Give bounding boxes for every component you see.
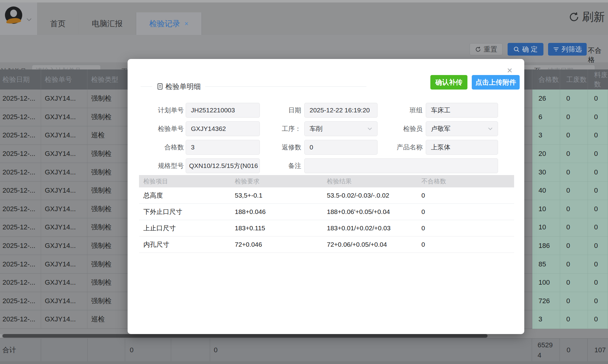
- inspection-items-table: 检验项目 检验要求 检验结果 不合格数 总高度53,5+-0.153.5-0.0…: [139, 175, 514, 253]
- table-row[interactable]: 4000: [524, 182, 608, 200]
- table-row[interactable]: 2600: [524, 90, 608, 108]
- table-row[interactable]: 2025-12-...GXJY14...强制检: [0, 145, 128, 163]
- cell-hidden: [524, 237, 532, 255]
- modal-close-icon[interactable]: ×: [507, 66, 513, 75]
- chevron-down-icon: [367, 127, 372, 130]
- modal-title: 检验单明细: [157, 82, 201, 91]
- column-header[interactable]: 料废数: [588, 69, 608, 90]
- table-row[interactable]: 2025-12-...GXJY14...强制检: [0, 182, 128, 200]
- date-field[interactable]: 2025-12-22 16:19:20: [304, 103, 378, 118]
- cell-qualified: 26: [532, 90, 560, 108]
- table-row[interactable]: 2025-12-...GXJY14...强制检: [0, 90, 128, 108]
- table-row[interactable]: 2000: [524, 145, 608, 163]
- cell-order: GXJY14...: [41, 218, 87, 237]
- table-row[interactable]: 2025-12-...GXJY14...强制检: [0, 255, 128, 274]
- cell-date: 2025-12-...: [0, 218, 41, 237]
- reset-button[interactable]: 重置: [470, 43, 503, 55]
- document-icon: [157, 83, 163, 90]
- cell-material-scrap: 0: [588, 163, 608, 182]
- qualified-field[interactable]: 3: [186, 140, 260, 155]
- cell-date: 2025-12-...: [0, 274, 41, 292]
- table-row[interactable]: 300: [524, 310, 608, 329]
- cell-qualified: 6: [532, 108, 560, 127]
- field-label: 合格数: [147, 140, 184, 155]
- tab-close-icon[interactable]: ×: [184, 20, 188, 28]
- table-row[interactable]: 600: [524, 108, 608, 127]
- column-header[interactable]: 检验类型: [87, 69, 128, 90]
- cell-item: 总高度: [139, 191, 235, 200]
- cell-hidden: [524, 90, 532, 108]
- cell-result: 183+0.01/+0.02/+0.03: [327, 224, 421, 232]
- refresh-button[interactable]: 刷新: [568, 9, 605, 25]
- cell-order: GXJY14...: [41, 292, 87, 311]
- cell-date: 2025-12-...: [0, 90, 41, 108]
- cell-hidden: [524, 126, 532, 145]
- table-row[interactable]: 2025-12-...GXJY14...强制检: [0, 292, 128, 311]
- tab-computer-report[interactable]: 电脑汇报: [79, 12, 136, 35]
- horizontal-scrollbar: [0, 334, 608, 338]
- table-row[interactable]: 2025-12-...GXJY14...巡检: [0, 126, 128, 145]
- column-header[interactable]: 合格数: [532, 69, 560, 90]
- table-row[interactable]: 300: [524, 126, 608, 145]
- cell-type: 强制检: [87, 145, 128, 163]
- plan-no-field[interactable]: JH2512210003: [186, 103, 260, 118]
- remark-field[interactable]: [304, 158, 498, 173]
- repair-field[interactable]: 0: [304, 140, 378, 155]
- table-row[interactable]: 2025-12-...GXJY14...强制检: [0, 237, 128, 255]
- inspector-select-field[interactable]: 卢敬军: [426, 121, 498, 136]
- field-label: 备注: [277, 158, 301, 173]
- inspection-item-row[interactable]: 上止口尺寸183+0.115183+0.01/+0.02/+0.030: [139, 220, 514, 236]
- column-header: 检验要求: [235, 177, 327, 186]
- confirm-button[interactable]: 确 定: [508, 43, 543, 56]
- cell-type: 强制检: [87, 292, 128, 311]
- scrollbar-thumb[interactable]: [2, 334, 488, 338]
- cell-hidden: [524, 108, 532, 127]
- table-rows-right: 2600600300200030004000100010001860085001…: [524, 90, 608, 329]
- cell-type: 巡检: [87, 310, 128, 329]
- product-name-field[interactable]: 上泵体: [426, 140, 498, 155]
- team-field[interactable]: 车床工: [426, 103, 498, 118]
- unqualified-filter-label[interactable]: 不合格: [588, 46, 608, 65]
- table-row[interactable]: 1000: [524, 218, 608, 237]
- cell-unqualified-count: 0: [421, 224, 514, 232]
- table-row[interactable]: 8500: [524, 255, 608, 274]
- column-filter-button[interactable]: 列筛选: [548, 43, 587, 56]
- table-row[interactable]: 10000: [524, 274, 608, 292]
- column-header[interactable]: 工废数: [560, 69, 588, 90]
- inspection-item-row[interactable]: 总高度53,5+-0.153.5-0.02/-0.03/-.0.020: [139, 187, 514, 204]
- summary-value: 0: [125, 339, 171, 362]
- column-header[interactable]: 检验日期: [0, 69, 41, 90]
- table-rows-left: 2025-12-...GXJY14...强制检2025-12-...GXJY14…: [0, 90, 128, 329]
- inspection-item-row[interactable]: 下外止口尺寸188+0.046188+0.06'+0.05/+0.040: [139, 204, 514, 220]
- table-row[interactable]: 1000: [524, 200, 608, 219]
- inspect-no-field[interactable]: GXJY14362: [186, 121, 260, 136]
- spec-field[interactable]: QXN10/12.5/15方(N016: [186, 158, 260, 173]
- table-row[interactable]: 3000: [524, 163, 608, 182]
- cell-order: GXJY14...: [41, 163, 87, 182]
- column-header: 检验结果: [327, 177, 421, 186]
- cell-qualified: 10: [532, 218, 560, 237]
- filter-panel: 计划单号: 请输入计划单号 工序: 请选择 操作工 请选择 物料信息: 请输入物…: [0, 35, 608, 62]
- tab-inspection-records[interactable]: 检验记录 ×: [136, 12, 202, 35]
- inspection-item-row[interactable]: 内孔尺寸72+0.04672+0.06/+0.05/+0.040: [139, 236, 514, 253]
- tab-home[interactable]: 首页: [37, 12, 79, 35]
- process-select-field[interactable]: 车削: [304, 121, 378, 136]
- column-header[interactable]: 检验单号: [41, 69, 87, 90]
- field-label: 返修数: [277, 140, 301, 155]
- table-row[interactable]: 2025-12-...GXJY14...强制检: [0, 274, 128, 292]
- table-row[interactable]: 2025-12-...GXJY14...强制检: [0, 200, 128, 219]
- cell-work-scrap: 0: [560, 145, 588, 163]
- table-row[interactable]: 72600: [524, 292, 608, 311]
- table-row[interactable]: 2025-12-...GXJY14...强制检: [0, 218, 128, 237]
- cell-type: 强制检: [87, 255, 128, 274]
- chevron-down-icon: [488, 127, 493, 130]
- cell-hidden: [524, 218, 532, 237]
- table-row[interactable]: 2025-12-...GXJY14...巡检: [0, 310, 128, 329]
- cell-date: 2025-12-...: [0, 292, 41, 311]
- table-row[interactable]: 18600: [524, 237, 608, 255]
- table-row[interactable]: 2025-12-...GXJY14...强制检: [0, 163, 128, 182]
- cell-hidden: [524, 200, 532, 219]
- table-row[interactable]: 2025-12-...GXJY14...强制检: [0, 108, 128, 127]
- user-menu-chevron-down-icon[interactable]: [26, 17, 32, 22]
- summary-material-scrap-total: 107: [588, 339, 608, 362]
